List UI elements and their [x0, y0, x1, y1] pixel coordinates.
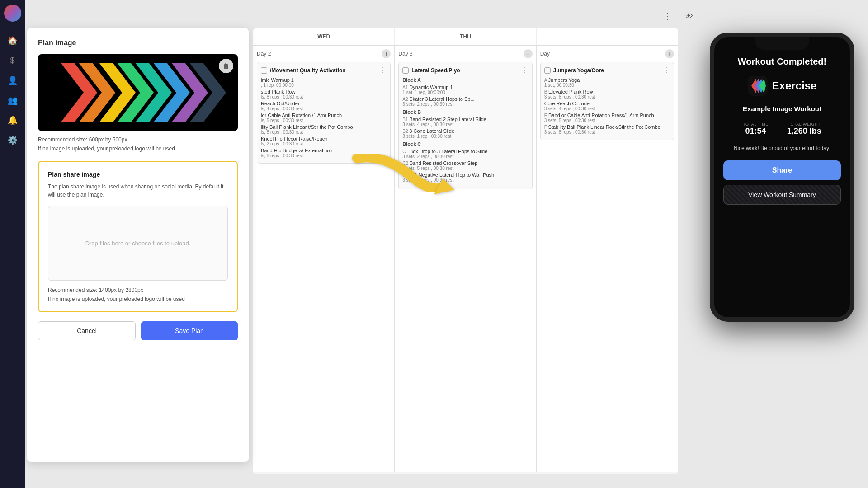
add-day-next-button[interactable]: + [665, 49, 674, 58]
rec-logo-text-2: If no image is uploaded, your preloaded … [48, 296, 228, 302]
sidebar-item-teams[interactable]: 👥 [5, 92, 21, 108]
view-summary-button[interactable]: View Workout Summary [723, 185, 841, 205]
save-plan-button[interactable]: Save Plan [141, 321, 238, 340]
total-time-value: 01:54 [743, 127, 769, 136]
panel-actions: Cancel Save Plan [38, 321, 238, 340]
exercise-c2: C2 Band Resisted Crossover Step 3 sets, … [402, 160, 528, 171]
block-c-section: Block C C1 Box Drop to 3 Lateral Hops to… [402, 141, 528, 183]
phone-mockup: 8:30 SOS 📶 🔋 Workout Completed! Exercise… [710, 33, 854, 322]
plan-image-container: 🗑 [38, 54, 238, 131]
total-weight-label: TOTAL WEIGHT [787, 122, 821, 127]
panel-title: Plan image [38, 39, 238, 47]
share-button[interactable]: Share [723, 160, 841, 180]
exercise-a2: A2 Skater 3 Lateral Hops to Sp... 3 sets… [402, 96, 528, 107]
exercise-a1: A1 Dynamic Warmup 1 1 set, 1 rep, 00:00:… [402, 84, 528, 95]
rec-logo-text-1: If no image is uploaded, your preloaded … [38, 145, 238, 152]
block-b-section: Block B B1 Band Resisted 2 Step Lateral … [402, 109, 528, 139]
plan-image-panel: Plan image 🗑 Recommended size: 600px by … [27, 28, 249, 462]
share-section-title: Plan share image [48, 171, 228, 178]
total-time-stat: TOTAL TIME 01:54 [743, 122, 769, 136]
encouragement-text: Nice work! Be proud of your effort today… [734, 145, 831, 151]
exercise-b1: B1 Band Resisted 2 Step Lateral Slide 3 … [402, 117, 528, 127]
day-3-label: Day 3 [398, 51, 412, 57]
workout-block-movement: /Movement Quality Activation ⋮ imic Warm… [257, 62, 391, 164]
workout-title-row-lateral: Lateral Speed/Piyo ⋮ [402, 66, 528, 75]
calendar-area: WED THU Day 2 + /Movement Quality Activa… [253, 28, 678, 474]
add-day3-button[interactable]: + [524, 49, 533, 58]
exercise-band-hip-bridge: Band Hip Bridge w/ External tion ls, 8 r… [261, 148, 387, 158]
total-weight-value: 1,260 lbs [787, 127, 821, 136]
exercise-cable-antirotation: lor Cable Anti-Rotation /1 Arm Punch ls,… [261, 113, 387, 123]
sidebar-item-home[interactable]: 🏠 [5, 33, 21, 49]
share-image-desc: The plan share image is used when sharin… [48, 183, 228, 199]
phone-notch [755, 37, 809, 50]
cal-header-wed: WED [253, 28, 395, 45]
workout-name-yoga: Jumpers Yoga/Core [553, 67, 660, 74]
exercise-plankrow: sted Plank Row ls, 8 reps , 00:30 rest [261, 89, 387, 99]
drop-zone-text: Drop files here or choose files to uploa… [85, 240, 191, 247]
workout-block-yoga: Jumpers Yoga/Core ⋮ A Jumpers Yoga 1 set… [540, 62, 674, 140]
exercise-hip-flexor: Kneel Hip Flexor Raise/Reach ls, 2 reps … [261, 136, 387, 146]
workout-menu-dots[interactable]: ⋮ [379, 66, 387, 75]
workout-name-movement: /Movement Quality Activation [270, 67, 377, 74]
app-name: Exercise [772, 80, 817, 92]
sidebar-logo[interactable] [4, 5, 21, 22]
workout-title-row-yoga: Jumpers Yoga/Core ⋮ [544, 66, 670, 75]
block-a-section: Block A A1 Dynamic Warmup 1 1 set, 1 rep… [402, 77, 528, 107]
day-next-label: Day [540, 51, 550, 57]
exercise-c3: C3 MB Negative Lateral Hop to Wall Push … [402, 172, 528, 183]
exercise-band-antirotation: E Band or Cable Anti-Rotation Press/1 Ar… [544, 113, 670, 123]
exercise-jumpers-yoga: A Jumpers Yoga 1 set, 00:00:30 [544, 77, 670, 88]
share-drop-zone[interactable]: Drop files here or choose files to uploa… [48, 206, 228, 281]
exercise-warmup1: imic Warmup 1 , 1 rep, 00:00:00 [261, 77, 387, 88]
calendar-col-next: Day + Jumpers Yoga/Core ⋮ A Jumpers Yoga… [537, 46, 678, 472]
exercise-elevated-plank: B Elevated Plank Row 3 sets, 8 reps , 00… [544, 89, 670, 99]
workout-menu-dots-yoga[interactable]: ⋮ [663, 66, 670, 75]
app-logo-area: Exercise [748, 76, 817, 96]
exercise-stability-linear: F Stability Ball Plank Linear Rock/Stir … [544, 124, 670, 135]
workout-title-phone: Example Image Workout [743, 105, 821, 113]
plan-image-delete-button[interactable]: 🗑 [219, 59, 233, 73]
total-weight-stat: TOTAL WEIGHT 1,260 lbs [787, 122, 821, 136]
rec-size-text-1: Recommended size: 600px by 500px [38, 136, 238, 143]
col-next-header: Day + [540, 49, 674, 58]
cal-header-thu: THU [395, 28, 536, 45]
sidebar-item-profile[interactable]: 👤 [5, 72, 21, 89]
workout-menu-dots-lateral[interactable]: ⋮ [521, 66, 528, 75]
workout-completed-title: Workout Completed! [738, 56, 826, 67]
app-icon [748, 76, 768, 96]
phone-screen: 8:30 SOS 📶 🔋 Workout Completed! Exercise… [714, 37, 850, 317]
stats-row: TOTAL TIME 01:54 TOTAL WEIGHT 1,260 lbs [743, 120, 821, 138]
cal-header-fri [537, 28, 678, 45]
sidebar-item-billing[interactable]: $ [5, 52, 21, 69]
calendar-col-thu: Day 3 + Lateral Speed/Piyo ⋮ Block A A1 … [395, 46, 536, 472]
workout-checkbox[interactable] [261, 67, 267, 74]
sidebar-item-settings[interactable]: ⚙️ [5, 132, 21, 148]
col-wed-header: Day 2 + [257, 49, 391, 58]
sidebar: 🏠 $ 👤 👥 🔔 ⚙️ [0, 0, 25, 488]
workout-checkbox-lateral[interactable] [402, 67, 409, 74]
share-image-section: Plan share image The plan share image is… [38, 161, 238, 312]
workout-name-lateral: Lateral Speed/Piyo [411, 67, 518, 74]
workout-title-row: /Movement Quality Activation ⋮ [261, 66, 387, 75]
eye-icon[interactable]: 👁 [682, 9, 696, 23]
top-right-icons: ⋮ 👁 [660, 9, 696, 23]
calendar-col-wed: Day 2 + /Movement Quality Activation ⋮ i… [253, 46, 395, 472]
exercise-b2: B2 3 Cone Lateral Slide 3 sets, 1 rep , … [402, 128, 528, 139]
more-icon[interactable]: ⋮ [660, 9, 675, 23]
workout-block-lateral: Lateral Speed/Piyo ⋮ Block A A1 Dynamic … [398, 62, 532, 189]
cancel-button[interactable]: Cancel [38, 321, 136, 340]
total-time-label: TOTAL TIME [743, 122, 769, 127]
sidebar-item-notifications[interactable]: 🔔 [5, 112, 21, 128]
exercise-c1: C1 Box Drop to 3 Lateral Hops to Slide 3… [402, 149, 528, 159]
add-day2-button[interactable]: + [382, 49, 391, 58]
exercise-core-reach: Core Reach C... nder 3 sets, 4 reps , 00… [544, 101, 670, 111]
stat-divider [778, 120, 778, 138]
workout-checkbox-yoga[interactable] [544, 67, 551, 74]
rec-size-text-2: Recommended size: 1400px by 2800px [48, 287, 228, 293]
exercise-reachout: Reach Out/Under ls, 4 reps , 00:30 rest [261, 101, 387, 111]
calendar-header: WED THU [253, 28, 678, 46]
calendar-body: Day 2 + /Movement Quality Activation ⋮ i… [253, 46, 678, 472]
day-2-label: Day 2 [257, 51, 271, 57]
exercise-stability-ball: ility Ball Plank Linear t/Stir the Pot C… [261, 124, 387, 135]
